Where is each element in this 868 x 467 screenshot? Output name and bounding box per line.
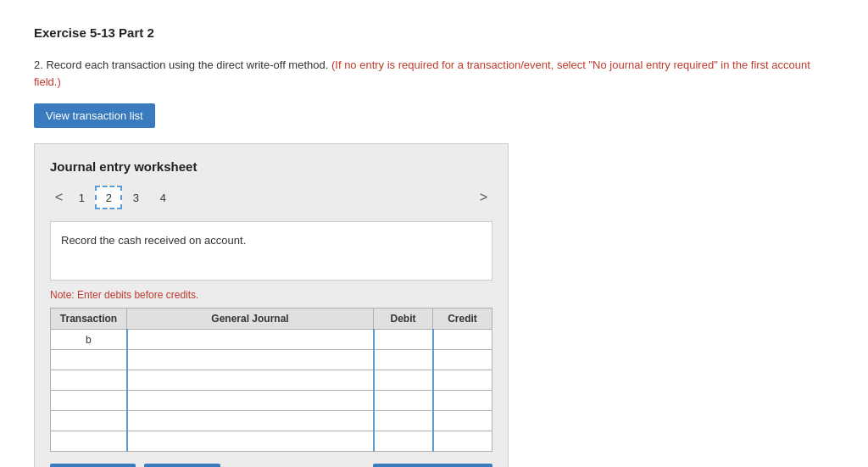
debit-cell[interactable] xyxy=(374,411,433,431)
debit-input[interactable] xyxy=(375,391,432,410)
col-header-debit: Debit xyxy=(374,309,433,330)
instruction: 2. Record each transaction using the dir… xyxy=(34,57,834,90)
general-journal-input[interactable] xyxy=(128,350,373,370)
credit-input[interactable] xyxy=(434,350,492,370)
table-row xyxy=(51,431,492,452)
tab-navigation: < 1 2 3 4 > xyxy=(50,186,492,209)
credit-cell[interactable] xyxy=(433,411,492,431)
transaction-cell xyxy=(51,370,127,391)
credit-cell[interactable] xyxy=(433,370,492,391)
general-journal-input[interactable] xyxy=(128,411,373,431)
col-header-credit: Credit xyxy=(433,309,492,330)
journal-table: Transaction General Journal Debit Credit… xyxy=(50,308,492,452)
credit-cell[interactable] xyxy=(433,350,492,370)
exercise-title: Exercise 5-13 Part 2 xyxy=(34,25,834,40)
transaction-cell xyxy=(51,431,127,452)
journal-entry-worksheet: Journal entry worksheet < 1 2 3 4 > Reco… xyxy=(34,143,509,467)
debit-credit-note: Note: Enter debits before credits. xyxy=(50,289,492,301)
worksheet-title: Journal entry worksheet xyxy=(50,159,492,174)
debit-cell[interactable] xyxy=(374,330,433,350)
tab-nav-left[interactable]: < xyxy=(50,188,68,207)
debit-input[interactable] xyxy=(375,431,432,451)
debit-cell[interactable] xyxy=(374,431,433,452)
general-journal-cell[interactable] xyxy=(127,431,374,452)
table-row xyxy=(51,350,492,370)
view-transaction-button[interactable]: View transaction list xyxy=(34,103,155,128)
credit-input[interactable] xyxy=(434,370,492,390)
debit-input[interactable] xyxy=(375,330,432,349)
credit-cell[interactable] xyxy=(433,391,492,411)
general-journal-cell[interactable] xyxy=(127,411,374,431)
general-journal-input[interactable] xyxy=(128,370,373,390)
action-buttons: Record entry Clear entry View general jo… xyxy=(50,464,492,467)
debit-cell[interactable] xyxy=(374,391,433,411)
general-journal-cell[interactable] xyxy=(127,391,374,411)
transaction-cell xyxy=(51,411,127,431)
credit-input[interactable] xyxy=(434,391,492,410)
debit-input[interactable] xyxy=(375,411,432,431)
col-header-general-journal: General Journal xyxy=(127,309,374,330)
tab-3[interactable]: 3 xyxy=(122,186,149,209)
credit-input[interactable] xyxy=(434,330,492,349)
general-journal-input[interactable] xyxy=(128,330,373,349)
tab-4[interactable]: 4 xyxy=(149,186,176,209)
general-journal-cell[interactable] xyxy=(127,350,374,370)
debit-input[interactable] xyxy=(375,350,432,370)
credit-input[interactable] xyxy=(434,411,492,431)
transaction-cell: b xyxy=(51,330,127,350)
tab-1[interactable]: 1 xyxy=(68,186,95,209)
general-journal-cell[interactable] xyxy=(127,370,374,391)
tab-2[interactable]: 2 xyxy=(95,186,122,209)
debit-input[interactable] xyxy=(375,370,432,390)
tab-nav-right[interactable]: > xyxy=(475,188,492,207)
debit-cell[interactable] xyxy=(374,350,433,370)
transaction-cell xyxy=(51,391,127,411)
view-general-journal-button[interactable]: View general journal xyxy=(373,464,492,467)
table-row xyxy=(51,391,492,411)
general-journal-cell[interactable] xyxy=(127,330,374,350)
instruction-prefix: 2. Record each transaction using the dir… xyxy=(34,58,328,71)
col-header-transaction: Transaction xyxy=(51,309,127,330)
credit-cell[interactable] xyxy=(433,431,492,452)
credit-input[interactable] xyxy=(434,431,492,451)
transaction-description: Record the cash received on account. xyxy=(50,221,492,281)
transaction-cell xyxy=(51,350,127,370)
credit-cell[interactable] xyxy=(433,330,492,350)
general-journal-input[interactable] xyxy=(128,431,373,451)
table-row: b xyxy=(51,330,492,350)
general-journal-input[interactable] xyxy=(128,391,373,410)
record-entry-button[interactable]: Record entry xyxy=(50,464,136,467)
clear-entry-button[interactable]: Clear entry xyxy=(144,464,221,467)
debit-cell[interactable] xyxy=(374,370,433,391)
table-row xyxy=(51,411,492,431)
table-row xyxy=(51,370,492,391)
